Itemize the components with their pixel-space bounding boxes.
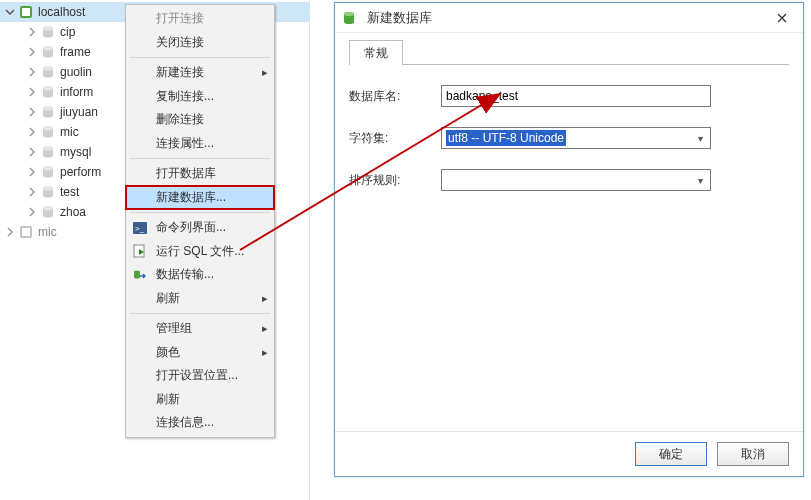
- tree-db-label: jiuyuan: [60, 105, 98, 119]
- label-collation: 排序规则:: [349, 172, 429, 189]
- database-icon: [40, 24, 56, 40]
- database-icon: [40, 44, 56, 60]
- svg-point-21: [43, 207, 53, 211]
- database-icon: [40, 84, 56, 100]
- menu-item-label: 新建数据库...: [156, 189, 226, 206]
- dialog-titlebar[interactable]: 新建数据库: [335, 3, 803, 33]
- menu-item-label: 复制连接...: [156, 88, 214, 105]
- menu-item-label: 打开连接: [156, 10, 204, 27]
- menu-item-label: 新建连接: [156, 64, 204, 81]
- cancel-button[interactable]: 取消: [717, 442, 789, 466]
- menu-item[interactable]: 连接属性...: [126, 132, 274, 156]
- database-icon: [40, 204, 56, 220]
- expand-icon[interactable]: [26, 126, 38, 138]
- menu-item-label: 连接属性...: [156, 135, 214, 152]
- database-icon: [40, 124, 56, 140]
- menu-item[interactable]: >_命令列界面...: [126, 216, 274, 240]
- data-transfer-icon: [132, 267, 148, 283]
- menu-item-label: 颜色: [156, 344, 180, 361]
- menu-item-label: 关闭连接: [156, 34, 204, 51]
- svg-point-3: [43, 27, 53, 31]
- database-icon: [40, 144, 56, 160]
- svg-point-9: [43, 87, 53, 91]
- tree-root-label: localhost: [38, 5, 85, 19]
- expand-icon[interactable]: [26, 186, 38, 198]
- connection-inactive-icon: [18, 224, 34, 240]
- menu-item[interactable]: 刷新: [126, 287, 274, 311]
- tree-extra-label: mic: [38, 225, 57, 239]
- menu-item[interactable]: 打开数据库: [126, 162, 274, 186]
- menu-item[interactable]: 数据传输...: [126, 263, 274, 287]
- tree-db-label: zhoa: [60, 205, 86, 219]
- svg-point-11: [43, 107, 53, 111]
- svg-point-17: [43, 167, 53, 171]
- database-icon: [40, 104, 56, 120]
- menu-separator: [130, 212, 270, 213]
- charset-combo[interactable]: utf8 -- UTF-8 Unicode ▾: [441, 127, 711, 149]
- chevron-down-icon: ▾: [692, 172, 708, 188]
- collapse-icon[interactable]: [4, 6, 16, 18]
- cmd-icon: >_: [132, 220, 148, 236]
- menu-item[interactable]: 运行 SQL 文件...: [126, 240, 274, 264]
- expand-icon[interactable]: [26, 66, 38, 78]
- dialog-title: 新建数据库: [367, 9, 432, 27]
- svg-point-13: [43, 127, 53, 131]
- menu-separator: [130, 158, 270, 159]
- expand-icon[interactable]: [26, 46, 38, 58]
- tree-db-label: mysql: [60, 145, 91, 159]
- menu-item[interactable]: 打开设置位置...: [126, 364, 274, 388]
- menu-item[interactable]: 颜色: [126, 341, 274, 365]
- tree-db-label: frame: [60, 45, 91, 59]
- charset-value: utf8 -- UTF-8 Unicode: [446, 130, 566, 146]
- menu-item-label: 刷新: [156, 290, 180, 307]
- menu-separator: [130, 313, 270, 314]
- expand-icon[interactable]: [26, 166, 38, 178]
- ok-button[interactable]: 确定: [635, 442, 707, 466]
- menu-item[interactable]: 复制连接...: [126, 85, 274, 109]
- expand-icon[interactable]: [26, 146, 38, 158]
- expand-icon[interactable]: [26, 26, 38, 38]
- collation-combo[interactable]: ▾: [441, 169, 711, 191]
- svg-point-15: [43, 147, 53, 151]
- connection-icon: [18, 4, 34, 20]
- svg-text:>_: >_: [135, 224, 145, 233]
- tree-db-label: mic: [60, 125, 79, 139]
- dbname-input[interactable]: [441, 85, 711, 107]
- tree-db-label: inform: [60, 85, 93, 99]
- menu-item-label: 打开设置位置...: [156, 367, 238, 384]
- tree-db-label: guolin: [60, 65, 92, 79]
- menu-item[interactable]: 新建连接: [126, 61, 274, 85]
- menu-item[interactable]: 删除连接: [126, 108, 274, 132]
- database-icon: [40, 164, 56, 180]
- tree-db-label: cip: [60, 25, 75, 39]
- menu-item[interactable]: 刷新: [126, 388, 274, 412]
- new-database-dialog: 新建数据库 常规 数据库名: 字符集: utf8 -- UTF-8 Unicod…: [334, 2, 804, 477]
- menu-item-label: 连接信息...: [156, 414, 214, 431]
- close-button[interactable]: [767, 7, 797, 29]
- expand-icon[interactable]: [4, 226, 16, 238]
- expand-icon[interactable]: [26, 206, 38, 218]
- menu-item[interactable]: 连接信息...: [126, 411, 274, 435]
- svg-point-29: [344, 12, 354, 16]
- tree-db-label: test: [60, 185, 79, 199]
- database-icon: [341, 10, 357, 26]
- chevron-down-icon: ▾: [692, 130, 708, 146]
- label-dbname: 数据库名:: [349, 88, 429, 105]
- database-icon: [40, 184, 56, 200]
- menu-item[interactable]: 管理组: [126, 317, 274, 341]
- expand-icon[interactable]: [26, 106, 38, 118]
- svg-rect-23: [22, 228, 30, 236]
- tree-db-label: perform: [60, 165, 101, 179]
- menu-item: 打开连接: [126, 7, 274, 31]
- menu-item-label: 打开数据库: [156, 165, 216, 182]
- svg-point-19: [43, 187, 53, 191]
- menu-item-label: 刷新: [156, 391, 180, 408]
- dialog-tabs: 常规: [349, 39, 789, 65]
- menu-item-label: 命令列界面...: [156, 219, 226, 236]
- svg-point-7: [43, 67, 53, 71]
- menu-item[interactable]: 新建数据库...: [126, 186, 274, 210]
- menu-item-label: 运行 SQL 文件...: [156, 243, 244, 260]
- menu-item[interactable]: 关闭连接: [126, 31, 274, 55]
- tab-general[interactable]: 常规: [349, 40, 403, 65]
- expand-icon[interactable]: [26, 86, 38, 98]
